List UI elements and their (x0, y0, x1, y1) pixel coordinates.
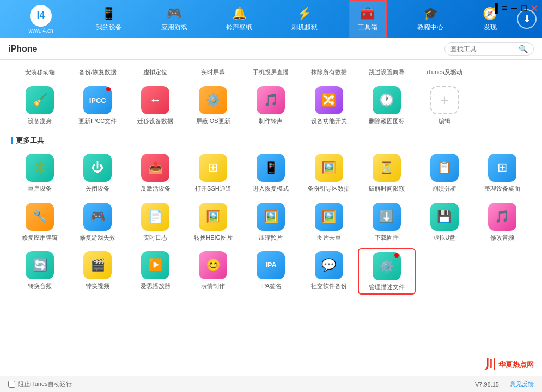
watermark-icon: 川 (484, 357, 496, 373)
tool-item-设备功能开关[interactable]: 🔀设备功能开关 (300, 83, 358, 127)
tool-item-修改音频[interactable]: 🎵修改音频 (473, 200, 531, 244)
nav-label: 我的设备 (96, 23, 122, 32)
tool-label: 修复应用弹窗 (22, 234, 58, 241)
tool-label: 管理描述文件 (369, 283, 405, 291)
tool-item-崩溃分析[interactable]: 📋崩溃分析 (416, 151, 473, 195)
tool-icon: ⊞ (488, 154, 516, 182)
tool-label: 备份引导区数据 (308, 185, 350, 192)
tool-label: 关闭设备 (86, 185, 109, 192)
more-section-title: 更多工具 (16, 136, 44, 145)
tool-icon: 💾 (430, 203, 459, 231)
tool-label: 破解时间限额 (369, 185, 405, 192)
tool-item-编辑[interactable]: +编辑 (416, 83, 473, 127)
tool-icon: ⬇️ (373, 203, 401, 231)
tool-item-删除顽固图标[interactable]: 🕐删除顽固图标 (358, 83, 416, 127)
logo-area: i4 www.i4.cn (5, 5, 76, 34)
tool-icon: 🎮 (83, 203, 112, 231)
tool-label: 下载固件 (375, 234, 399, 241)
tool-item-爱思播放器[interactable]: ▶️爱思播放器 (126, 248, 184, 295)
tool-item-反激活设备[interactable]: 📤反激活设备 (126, 151, 184, 195)
tool-item-打开SSH通道[interactable]: ⊞打开SSH通道 (184, 151, 242, 195)
tool-icon: ⊞ (199, 154, 227, 182)
close-button[interactable]: ✕ (530, 4, 538, 12)
tool-item-修复游戏失效[interactable]: 🎮修复游戏失效 (69, 200, 126, 244)
tool-item-手机投屏直播[interactable]: 手机投屏直播 (242, 65, 300, 79)
more-section-divider: 更多工具 (11, 136, 531, 145)
feedback-link[interactable]: 意见反馈 (510, 380, 534, 388)
tool-item-跳过设置向导[interactable]: 跳过设置向导 (358, 65, 416, 79)
tool-label: 虚拟U盘 (433, 234, 455, 241)
tool-item-转换音频[interactable]: 🔄转换音频 (11, 248, 69, 295)
tool-item-虚拟定位[interactable]: 虚拟定位 (126, 65, 184, 79)
tool-item-更新IPCC文件[interactable]: IPCC更新IPCC文件 (69, 83, 126, 127)
nav-label: 刷机越狱 (291, 23, 318, 32)
tool-label: 修复游戏失效 (80, 234, 115, 241)
tool-item-备份引导区数据[interactable]: 🖼️备份引导区数据 (300, 151, 358, 195)
tool-label: 转换视频 (86, 282, 109, 290)
tool-item-社交软件备份[interactable]: 💬社交软件备份 (300, 248, 358, 295)
tool-icon: 📋 (430, 154, 459, 182)
nav-icon: 🔔 (232, 7, 247, 21)
tool-item-屏蔽iOS更新[interactable]: ⚙️屏蔽iOS更新 (184, 83, 242, 127)
watermark: 川 华夏热点网 (484, 357, 534, 373)
tool-item-iTunes及驱动[interactable]: iTunes及驱动 (416, 65, 473, 79)
tool-item-整理设备桌面[interactable]: ⊞整理设备桌面 (473, 151, 531, 195)
tool-icon: 🖼️ (199, 203, 227, 231)
nav-item-应用游戏[interactable]: 🎮应用游戏 (153, 0, 196, 38)
tool-label: 实时日志 (143, 234, 167, 241)
tool-item-虚拟U盘[interactable]: 💾虚拟U盘 (416, 200, 473, 244)
main-content: 安装移动端备份/恢复数据虚拟定位实时屏幕手机投屏直播抹除所有数据跳过设置向导iT… (0, 60, 542, 376)
itunes-checkbox[interactable] (8, 381, 15, 388)
maximize-button[interactable]: □ (520, 4, 528, 12)
tool-item-破解时间限额[interactable]: ⏳破解时间限额 (358, 151, 416, 195)
tool-icon: ✳️ (26, 154, 54, 182)
tool-item-重启设备[interactable]: ✳️重启设备 (11, 151, 69, 195)
sub-header: iPhone 🔍 (0, 38, 542, 60)
tool-icon: IPA (257, 251, 285, 279)
tool-label: 表情制作 (201, 282, 225, 290)
tool-label: 屏蔽iOS更新 (196, 117, 230, 125)
tool-item-实时日志[interactable]: 📄实时日志 (126, 200, 184, 244)
itunes-checkbox-area[interactable]: 阻止iTunes自动运行 (8, 380, 72, 388)
tool-item-转换HEIC图片[interactable]: 🖼️转换HEIC图片 (184, 200, 242, 244)
tool-item-安装移动端[interactable]: 安装移动端 (11, 65, 69, 79)
tool-icon: ⏳ (373, 154, 401, 182)
tool-item-下载固件[interactable]: ⬇️下载固件 (358, 200, 416, 244)
tool-item-压缩照片[interactable]: 🖼️压缩照片 (242, 200, 300, 244)
tool-item-抹除所有数据[interactable]: 抹除所有数据 (300, 65, 358, 79)
minimize-button[interactable]: ─ (510, 4, 518, 12)
tool-label: 反激活设备 (141, 185, 170, 192)
tool-item-图片去重[interactable]: 🖼️图片去重 (300, 200, 358, 244)
nav-item-教程中心[interactable]: 🎓教程中心 (409, 0, 452, 38)
nav-bar: 📱我的设备🎮应用游戏🔔铃声壁纸⚡刷机越狱🧰工具箱🎓教程中心🧭发现 (76, 0, 517, 38)
search-input[interactable] (450, 45, 516, 53)
nav-item-工具箱[interactable]: 🧰工具箱 (349, 0, 387, 38)
tool-icon: + (430, 86, 459, 114)
tool-item-管理描述文件[interactable]: ⚙️管理描述文件 (358, 248, 416, 295)
tool-icon: ▶️ (141, 251, 169, 279)
tool-label: 虚拟定位 (143, 68, 167, 76)
tool-item-制作铃声[interactable]: 🎵制作铃声 (242, 83, 300, 127)
tool-item-进入恢复模式[interactable]: 📱进入恢复模式 (242, 151, 300, 195)
tool-item-IPA签名[interactable]: IPAIPA签名 (242, 248, 300, 295)
tool-item-表情制作[interactable]: 😊表情制作 (184, 248, 242, 295)
tool-label: 崩溃分析 (433, 185, 456, 192)
nav-item-铃声壁纸[interactable]: 🔔铃声壁纸 (218, 0, 260, 38)
tool-item-转换视频[interactable]: 🎬转换视频 (69, 248, 126, 295)
tool-icon: 🔄 (26, 251, 54, 279)
tool-item-实时屏幕[interactable]: 实时屏幕 (184, 65, 242, 79)
tool-item-备份/恢复数据[interactable]: 备份/恢复数据 (69, 65, 126, 79)
tool-label: 备份/恢复数据 (79, 68, 117, 76)
search-box[interactable]: 🔍 (444, 42, 534, 56)
nav-item-我的设备[interactable]: 📱我的设备 (88, 0, 130, 38)
nav-item-刷机越狱[interactable]: ⚡刷机越狱 (283, 0, 326, 38)
tool-label: 重启设备 (28, 185, 52, 192)
list-icon: ≡ (501, 4, 508, 12)
tool-item-迁移设备数据[interactable]: ↔️迁移设备数据 (126, 83, 184, 127)
nav-label: 教程中心 (417, 23, 443, 32)
tool-icon: ⚙️ (199, 86, 227, 114)
tool-item-设备瘦身[interactable]: 🧹设备瘦身 (11, 83, 69, 127)
tool-item-修复应用弹窗[interactable]: 🔧修复应用弹窗 (11, 200, 69, 244)
nav-label: 发现 (484, 23, 497, 32)
tool-item-关闭设备[interactable]: ⏻关闭设备 (69, 151, 126, 195)
